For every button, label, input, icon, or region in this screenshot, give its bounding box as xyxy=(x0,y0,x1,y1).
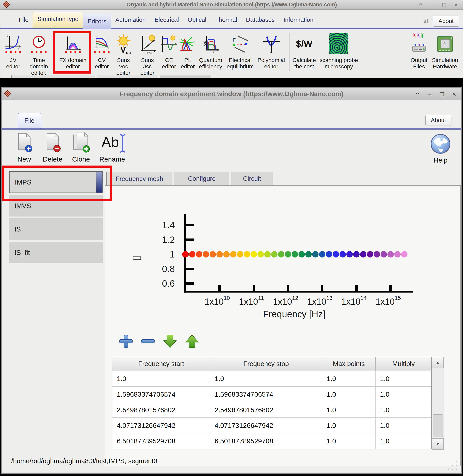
shade-button[interactable]: ^ xyxy=(419,2,422,8)
toolbar-item-pl-editor[interactable]: PL editor xyxy=(179,32,196,70)
table-cell[interactable]: 1.0 xyxy=(322,402,376,417)
table-row[interactable]: 1.596833747065741.596833747065741.01.0 xyxy=(112,387,431,402)
toolbar-item-label: Simulation Hardware xyxy=(431,57,459,70)
table-row[interactable]: 2.549878015768022.549878015768021.01.0 xyxy=(112,402,431,418)
sidebar-item-is[interactable]: IS xyxy=(9,218,103,240)
toolbar-item-scanning-probe-microscopy[interactable]: scanning probe microscopy xyxy=(318,32,360,70)
table-cell[interactable]: 1.59683374706574 xyxy=(112,387,210,402)
menu-tab-editors[interactable]: Editors xyxy=(83,14,111,29)
table-cell[interactable]: 1.0 xyxy=(112,371,210,386)
toolbar-item-suns-jsc-editor[interactable]: ΣweSuns Jsc editor xyxy=(136,32,159,76)
tab-circuit[interactable]: Circuit xyxy=(231,172,273,185)
column-header-multiply[interactable]: Multiply xyxy=(376,357,431,371)
tab-frequency-mesh[interactable]: Frequency mesh xyxy=(107,172,172,185)
table-row[interactable]: 4.071731266479424.071731266479421.01.0 xyxy=(112,418,431,433)
sidebar-item-imvs[interactable]: IMVS xyxy=(9,195,103,217)
svg-text:Σwe: Σwe xyxy=(147,52,152,54)
menu-tab-electrical[interactable]: Electrical xyxy=(150,13,183,27)
move-up-button[interactable] xyxy=(184,334,200,349)
toolbar-item-ce-editor[interactable]: JtCE editor xyxy=(160,32,178,70)
table-cell[interactable]: 1.0 xyxy=(376,371,431,386)
mesh-edit-buttons xyxy=(118,334,200,349)
table-cell[interactable]: 4.07173126647942 xyxy=(112,418,210,433)
column-header-frequency-stop[interactable]: Frequency stop xyxy=(210,357,322,371)
svg-text:Frequency [Hz]: Frequency [Hz] xyxy=(263,309,325,319)
toolbar-item-suns-voc-editor[interactable]: VocSuns Voc editor xyxy=(112,32,135,76)
menu-tab-databases[interactable]: Databases xyxy=(242,13,279,27)
toolbar-item-label: Quantum efficiency xyxy=(198,57,223,70)
close-button[interactable]: × xyxy=(454,2,458,8)
scrollbar-thumb[interactable] xyxy=(433,414,443,437)
main-window: Organic and hybrid Material Nano Simulat… xyxy=(0,0,463,78)
column-header-max-points[interactable]: Max points xyxy=(322,357,376,371)
menu-tab-file[interactable]: File xyxy=(14,13,33,27)
table-cell[interactable]: 1.0 xyxy=(322,433,376,449)
toolbar-right-group: 101101010010Output Files:)Simulation Har… xyxy=(408,32,460,70)
help-label: Help xyxy=(434,156,448,164)
minimize-button[interactable]: – xyxy=(431,2,434,8)
menu-tab-automation[interactable]: Automation xyxy=(111,13,150,27)
menu-tab-optical[interactable]: Optical xyxy=(183,13,211,27)
clone-button[interactable]: Clone xyxy=(67,130,95,163)
main-window-title: Organic and hybrid Material Nano Simulat… xyxy=(0,2,463,8)
menu-tab-thermal[interactable]: Thermal xyxy=(211,13,242,27)
sidebar-item-imps[interactable]: IMPS xyxy=(9,171,103,193)
sidebar-item-is_fit[interactable]: IS_fit xyxy=(9,242,103,263)
mesh-point xyxy=(258,251,264,257)
column-header-frequency-start[interactable]: Frequency start xyxy=(112,357,210,371)
table-row[interactable]: 1.01.01.01.0 xyxy=(112,371,431,387)
mesh-point xyxy=(285,251,291,257)
table-cell[interactable]: 1.0 xyxy=(376,402,431,417)
table-cell[interactable]: 6.50187789529708 xyxy=(112,433,210,449)
table-cell[interactable]: 4.07173126647942 xyxy=(210,418,322,433)
svg-text:10110: 10110 xyxy=(413,33,416,38)
table-cell[interactable]: 1.0 xyxy=(210,371,322,386)
table-cell[interactable]: 1.0 xyxy=(322,387,376,402)
toolbar-item-fx-domain-editor[interactable]: FX domain editor xyxy=(54,32,91,70)
resize-grip[interactable] xyxy=(445,459,457,470)
rename-button[interactable]: AbRename xyxy=(95,130,129,163)
toolbar-item-calculate-the-cost[interactable]: $/WCalculate the cost xyxy=(292,32,316,70)
new-button[interactable]: New xyxy=(10,130,38,163)
table-cell[interactable]: 2.54987801576802 xyxy=(210,402,322,417)
scroll-down-button[interactable]: ▼ xyxy=(432,438,444,450)
toolbar-item-output-files[interactable]: 101101010010Output Files xyxy=(408,32,430,70)
toolbar-item-polynomial-editor[interactable]: Polynomial editor xyxy=(257,32,285,70)
tab-file[interactable]: File xyxy=(18,113,41,128)
remove-button[interactable] xyxy=(140,334,156,349)
table-scrollbar[interactable]: ▲ ▼ xyxy=(432,357,444,450)
move-down-button[interactable] xyxy=(162,334,178,349)
scroll-up-button[interactable]: ▲ xyxy=(432,357,444,368)
toolbar-item-time-domain-editor-[interactable]: Time domain editor. xyxy=(25,32,53,76)
table-cell[interactable]: 2.54987801576802 xyxy=(112,402,210,417)
close-button[interactable]: × xyxy=(452,91,456,97)
menu-tab-simulation-type[interactable]: Simulation type xyxy=(33,12,83,27)
minimize-button[interactable]: – xyxy=(427,91,431,97)
table-cell[interactable]: 1.59683374706574 xyxy=(210,387,322,402)
menu-tab-information[interactable]: Information xyxy=(279,13,318,27)
table-cell[interactable]: 1.0 xyxy=(322,418,376,433)
toolbar-item-jv-editor[interactable]: JVJV editor xyxy=(3,32,23,70)
help-button[interactable]: Help xyxy=(430,130,451,164)
delete-button[interactable]: Delete xyxy=(38,130,67,163)
shade-button[interactable]: ^ xyxy=(416,91,419,97)
toolbar-item-electrical-equilibrium[interactable]: FiElectrical equilibrium xyxy=(225,32,255,70)
window-controls: ^–□× xyxy=(416,91,461,97)
toolbar-item-simulation-hardware[interactable]: :)Simulation Hardware xyxy=(431,32,459,70)
table-cell[interactable]: 1.0 xyxy=(376,433,431,449)
table-cell[interactable]: 6.50187789529708 xyxy=(210,433,322,449)
about-button[interactable]: About xyxy=(425,115,451,126)
table-cell[interactable]: 1.0 xyxy=(322,371,376,386)
toolbar-item-cv-editor[interactable]: CV editor xyxy=(93,32,111,70)
add-button[interactable] xyxy=(118,334,134,349)
fx-arcs-icon xyxy=(63,32,83,55)
table-cell[interactable]: 1.0 xyxy=(376,418,431,433)
table-row[interactable]: 6.501877895297086.501877895297081.01.0 xyxy=(112,433,431,449)
tab-configure[interactable]: Configure xyxy=(174,172,229,185)
maximize-button[interactable]: □ xyxy=(442,2,446,8)
about-button[interactable]: About xyxy=(433,16,459,26)
toolbar-item-quantum-efficiency[interactable]: QEλQuantum efficiency xyxy=(198,32,223,70)
svg-text:J: J xyxy=(7,34,8,37)
maximize-button[interactable]: □ xyxy=(440,91,444,97)
table-cell[interactable]: 1.0 xyxy=(376,387,431,402)
